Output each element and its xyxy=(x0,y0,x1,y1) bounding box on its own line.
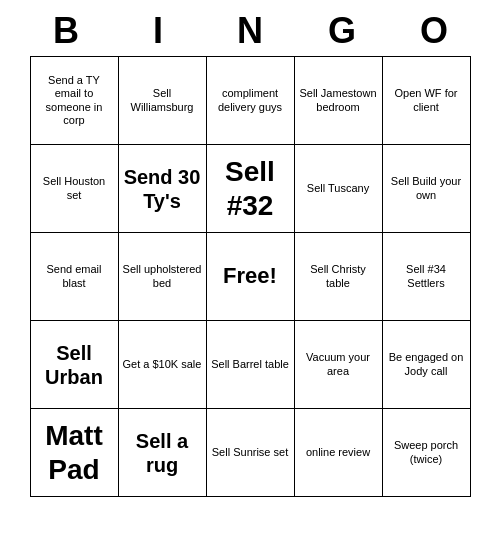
bingo-cell: Send email blast xyxy=(31,233,119,321)
bingo-cell: Sell Urban xyxy=(31,321,119,409)
bingo-cell: Send a TY email to someone in corp xyxy=(31,57,119,145)
bingo-cell: Sell Sunrise set xyxy=(207,409,295,497)
bingo-cell: Be engaged on Jody call xyxy=(383,321,471,409)
header-letter: G xyxy=(298,10,386,52)
bingo-cell: Sell Williamsburg xyxy=(119,57,207,145)
bingo-cell: compliment delivery guys xyxy=(207,57,295,145)
bingo-cell: Sell Barrel table xyxy=(207,321,295,409)
bingo-cell: Sell upholstered bed xyxy=(119,233,207,321)
header-letter: O xyxy=(390,10,478,52)
bingo-cell: Get a $10K sale xyxy=(119,321,207,409)
bingo-cell: Free! xyxy=(207,233,295,321)
header-letter: B xyxy=(22,10,110,52)
bingo-cell: Sell Jamestown bedroom xyxy=(295,57,383,145)
bingo-cell: Sell Christy table xyxy=(295,233,383,321)
bingo-cell: Open WF for client xyxy=(383,57,471,145)
bingo-cell: Sell Houston set xyxy=(31,145,119,233)
bingo-cell: Sell a rug xyxy=(119,409,207,497)
header-letter: I xyxy=(114,10,202,52)
bingo-cell: Sweep porch (twice) xyxy=(383,409,471,497)
header-letter: N xyxy=(206,10,294,52)
bingo-grid: Send a TY email to someone in corpSell W… xyxy=(30,56,471,497)
bingo-cell: Vacuum your area xyxy=(295,321,383,409)
bingo-cell: Send 30 Ty's xyxy=(119,145,207,233)
bingo-cell: Matt Pad xyxy=(31,409,119,497)
bingo-cell: Sell #32 xyxy=(207,145,295,233)
bingo-cell: Sell Build your own xyxy=(383,145,471,233)
bingo-cell: Sell Tuscany xyxy=(295,145,383,233)
bingo-cell: online review xyxy=(295,409,383,497)
bingo-header: BINGO xyxy=(20,10,480,52)
bingo-cell: Sell #34 Settlers xyxy=(383,233,471,321)
